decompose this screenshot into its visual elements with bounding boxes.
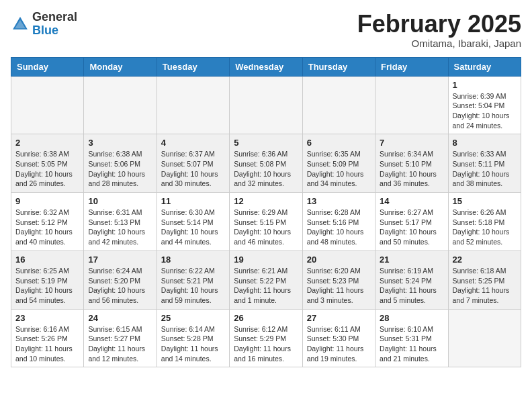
title-block: February 2025 Omitama, Ibaraki, Japan bbox=[357, 11, 521, 49]
col-header-friday: Friday bbox=[375, 57, 448, 76]
day-number: 4 bbox=[161, 138, 225, 148]
calendar-day-cell: 28Sunrise: 6:10 AM Sunset: 5:31 PM Dayli… bbox=[375, 309, 448, 367]
calendar-day-cell: 12Sunrise: 6:29 AM Sunset: 5:15 PM Dayli… bbox=[230, 193, 302, 251]
day-number: 9 bbox=[15, 196, 79, 206]
col-header-sunday: Sunday bbox=[11, 57, 84, 76]
day-number: 23 bbox=[15, 313, 79, 323]
empty-cell bbox=[375, 76, 448, 134]
day-info: Sunrise: 6:35 AM Sunset: 5:09 PM Dayligh… bbox=[307, 149, 371, 189]
day-info: Sunrise: 6:19 AM Sunset: 5:24 PM Dayligh… bbox=[380, 266, 443, 306]
calendar-day-cell: 9Sunrise: 6:32 AM Sunset: 5:12 PM Daylig… bbox=[11, 193, 84, 251]
calendar-day-cell: 16Sunrise: 6:25 AM Sunset: 5:19 PM Dayli… bbox=[11, 250, 84, 309]
day-info: Sunrise: 6:31 AM Sunset: 5:13 PM Dayligh… bbox=[88, 208, 152, 247]
day-info: Sunrise: 6:26 AM Sunset: 5:18 PM Dayligh… bbox=[453, 208, 517, 247]
calendar-day-cell: 10Sunrise: 6:31 AM Sunset: 5:13 PM Dayli… bbox=[84, 193, 157, 251]
day-info: Sunrise: 6:33 AM Sunset: 5:11 PM Dayligh… bbox=[453, 149, 517, 189]
day-info: Sunrise: 6:30 AM Sunset: 5:14 PM Dayligh… bbox=[161, 208, 225, 247]
day-number: 10 bbox=[88, 196, 152, 206]
day-number: 19 bbox=[234, 255, 298, 265]
day-number: 22 bbox=[453, 255, 517, 265]
calendar-day-cell: 6Sunrise: 6:35 AM Sunset: 5:09 PM Daylig… bbox=[302, 134, 375, 193]
calendar-day-cell: 4Sunrise: 6:37 AM Sunset: 5:07 PM Daylig… bbox=[157, 134, 229, 193]
day-info: Sunrise: 6:28 AM Sunset: 5:16 PM Dayligh… bbox=[307, 208, 371, 247]
day-info: Sunrise: 6:16 AM Sunset: 5:26 PM Dayligh… bbox=[15, 324, 79, 364]
day-number: 2 bbox=[15, 138, 79, 148]
day-number: 26 bbox=[234, 313, 298, 323]
day-number: 18 bbox=[161, 255, 225, 265]
day-info: Sunrise: 6:32 AM Sunset: 5:12 PM Dayligh… bbox=[15, 208, 79, 247]
day-info: Sunrise: 6:36 AM Sunset: 5:08 PM Dayligh… bbox=[234, 149, 298, 189]
empty-cell bbox=[448, 309, 521, 367]
day-number: 6 bbox=[307, 138, 371, 148]
month-title: February 2025 bbox=[357, 11, 521, 38]
page-header: General Blue February 2025 Omitama, Ibar… bbox=[11, 11, 521, 49]
calendar-week-row: 1Sunrise: 6:39 AM Sunset: 5:04 PM Daylig… bbox=[11, 76, 521, 134]
calendar-header-row: SundayMondayTuesdayWednesdayThursdayFrid… bbox=[11, 57, 521, 76]
calendar-day-cell: 8Sunrise: 6:33 AM Sunset: 5:11 PM Daylig… bbox=[448, 134, 521, 193]
col-header-wednesday: Wednesday bbox=[230, 57, 302, 76]
calendar-day-cell: 21Sunrise: 6:19 AM Sunset: 5:24 PM Dayli… bbox=[375, 250, 448, 309]
day-number: 13 bbox=[307, 196, 371, 206]
empty-cell bbox=[11, 76, 84, 134]
calendar-week-row: 23Sunrise: 6:16 AM Sunset: 5:26 PM Dayli… bbox=[11, 309, 521, 367]
logo-general-text: General bbox=[32, 10, 77, 24]
day-info: Sunrise: 6:34 AM Sunset: 5:10 PM Dayligh… bbox=[380, 149, 443, 189]
col-header-saturday: Saturday bbox=[448, 57, 521, 76]
day-number: 17 bbox=[88, 255, 152, 265]
day-info: Sunrise: 6:14 AM Sunset: 5:28 PM Dayligh… bbox=[161, 324, 225, 364]
day-info: Sunrise: 6:11 AM Sunset: 5:30 PM Dayligh… bbox=[307, 324, 371, 364]
day-number: 11 bbox=[161, 196, 225, 206]
day-info: Sunrise: 6:12 AM Sunset: 5:29 PM Dayligh… bbox=[234, 324, 298, 364]
empty-cell bbox=[302, 76, 375, 134]
day-number: 3 bbox=[88, 138, 152, 148]
empty-cell bbox=[84, 76, 157, 134]
calendar-day-cell: 23Sunrise: 6:16 AM Sunset: 5:26 PM Dayli… bbox=[11, 309, 84, 367]
day-number: 14 bbox=[380, 196, 443, 206]
calendar-day-cell: 5Sunrise: 6:36 AM Sunset: 5:08 PM Daylig… bbox=[230, 134, 302, 193]
day-number: 28 bbox=[380, 313, 443, 323]
day-info: Sunrise: 6:15 AM Sunset: 5:27 PM Dayligh… bbox=[88, 324, 152, 364]
calendar-day-cell: 19Sunrise: 6:21 AM Sunset: 5:22 PM Dayli… bbox=[230, 250, 302, 309]
empty-cell bbox=[230, 76, 302, 134]
day-info: Sunrise: 6:38 AM Sunset: 5:05 PM Dayligh… bbox=[15, 149, 79, 189]
logo: General Blue bbox=[11, 11, 77, 38]
day-number: 21 bbox=[380, 255, 443, 265]
calendar-day-cell: 11Sunrise: 6:30 AM Sunset: 5:14 PM Dayli… bbox=[157, 193, 229, 251]
generalblue-icon bbox=[11, 15, 30, 34]
calendar-day-cell: 25Sunrise: 6:14 AM Sunset: 5:28 PM Dayli… bbox=[157, 309, 229, 367]
calendar-day-cell: 14Sunrise: 6:27 AM Sunset: 5:17 PM Dayli… bbox=[375, 193, 448, 251]
col-header-tuesday: Tuesday bbox=[157, 57, 229, 76]
day-number: 27 bbox=[307, 313, 371, 323]
calendar-day-cell: 1Sunrise: 6:39 AM Sunset: 5:04 PM Daylig… bbox=[448, 76, 521, 134]
day-info: Sunrise: 6:21 AM Sunset: 5:22 PM Dayligh… bbox=[234, 266, 298, 306]
calendar-day-cell: 13Sunrise: 6:28 AM Sunset: 5:16 PM Dayli… bbox=[302, 193, 375, 251]
calendar-day-cell: 17Sunrise: 6:24 AM Sunset: 5:20 PM Dayli… bbox=[84, 250, 157, 309]
day-number: 5 bbox=[234, 138, 298, 148]
day-number: 7 bbox=[380, 138, 443, 148]
calendar-day-cell: 26Sunrise: 6:12 AM Sunset: 5:29 PM Dayli… bbox=[230, 309, 302, 367]
day-info: Sunrise: 6:25 AM Sunset: 5:19 PM Dayligh… bbox=[15, 266, 79, 306]
col-header-monday: Monday bbox=[84, 57, 157, 76]
calendar-day-cell: 22Sunrise: 6:18 AM Sunset: 5:25 PM Dayli… bbox=[448, 250, 521, 309]
day-number: 8 bbox=[453, 138, 517, 148]
calendar-day-cell: 27Sunrise: 6:11 AM Sunset: 5:30 PM Dayli… bbox=[302, 309, 375, 367]
calendar-day-cell: 18Sunrise: 6:22 AM Sunset: 5:21 PM Dayli… bbox=[157, 250, 229, 309]
calendar-day-cell: 3Sunrise: 6:38 AM Sunset: 5:06 PM Daylig… bbox=[84, 134, 157, 193]
day-info: Sunrise: 6:38 AM Sunset: 5:06 PM Dayligh… bbox=[88, 149, 152, 189]
day-number: 1 bbox=[453, 80, 517, 90]
day-number: 15 bbox=[453, 196, 517, 206]
day-info: Sunrise: 6:37 AM Sunset: 5:07 PM Dayligh… bbox=[161, 149, 225, 189]
day-info: Sunrise: 6:18 AM Sunset: 5:25 PM Dayligh… bbox=[453, 266, 517, 306]
day-info: Sunrise: 6:10 AM Sunset: 5:31 PM Dayligh… bbox=[380, 324, 443, 364]
empty-cell bbox=[157, 76, 229, 134]
day-info: Sunrise: 6:27 AM Sunset: 5:17 PM Dayligh… bbox=[380, 208, 443, 247]
calendar-table: SundayMondayTuesdayWednesdayThursdayFrid… bbox=[11, 57, 521, 368]
calendar-week-row: 9Sunrise: 6:32 AM Sunset: 5:12 PM Daylig… bbox=[11, 193, 521, 251]
calendar-day-cell: 2Sunrise: 6:38 AM Sunset: 5:05 PM Daylig… bbox=[11, 134, 84, 193]
col-header-thursday: Thursday bbox=[302, 57, 375, 76]
calendar-day-cell: 15Sunrise: 6:26 AM Sunset: 5:18 PM Dayli… bbox=[448, 193, 521, 251]
day-info: Sunrise: 6:24 AM Sunset: 5:20 PM Dayligh… bbox=[88, 266, 152, 306]
day-number: 24 bbox=[88, 313, 152, 323]
calendar-day-cell: 20Sunrise: 6:20 AM Sunset: 5:23 PM Dayli… bbox=[302, 250, 375, 309]
location-subtitle: Omitama, Ibaraki, Japan bbox=[357, 38, 521, 49]
